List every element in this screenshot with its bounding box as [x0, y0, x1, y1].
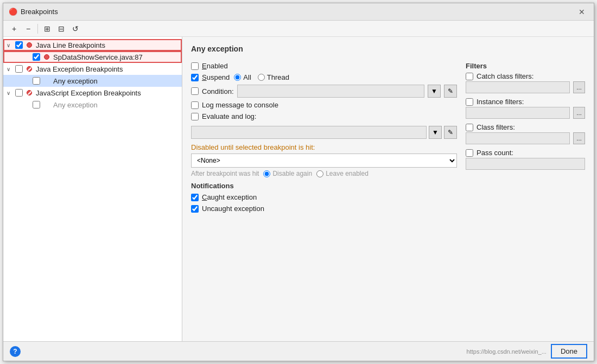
tree-item-any-exception-java[interactable]: Any exception	[3, 75, 182, 87]
leave-enabled-text: Leave enabled	[326, 170, 369, 177]
checkbox-js-exception[interactable]	[15, 89, 23, 97]
condition-text: Condition:	[202, 87, 234, 95]
caught-row: Caught exception	[191, 193, 457, 201]
checkbox-any-exception-java[interactable]	[33, 77, 40, 85]
class-input[interactable]	[466, 132, 570, 144]
enabled-checkbox[interactable]	[191, 62, 199, 70]
thread-text: Thread	[267, 73, 289, 81]
dropdown-row: <None>	[191, 154, 457, 168]
catch-class-checkbox[interactable]	[466, 73, 473, 80]
tree-item-sp-data[interactable]: SpDataShowService.java:87	[3, 51, 182, 63]
enabled-row: Enabled	[191, 62, 457, 70]
condition-edit-btn[interactable]: ✎	[444, 85, 457, 98]
caught-checkbox[interactable]	[191, 194, 199, 201]
tree-item-any-exception-js[interactable]: Any exception	[3, 99, 182, 111]
pass-count-input-row	[466, 158, 585, 170]
notifications-section: Notifications Caught exception Uncaught …	[191, 182, 457, 213]
uncaught-checkbox[interactable]	[191, 205, 199, 213]
tree-item-java-exception-bp[interactable]: ∨ Java Exception Breakpoints	[3, 63, 182, 75]
evaluate-text: Evaluate and log:	[202, 112, 256, 120]
condition-checkbox[interactable]	[191, 87, 199, 95]
catch-class-input[interactable]	[466, 81, 570, 93]
class-checkbox[interactable]	[466, 124, 473, 131]
pass-count-checkbox[interactable]	[466, 149, 473, 157]
log-message-label[interactable]: Log message to console	[191, 101, 278, 109]
enabled-label[interactable]: Enabled	[191, 62, 228, 70]
help-button[interactable]: ?	[10, 346, 21, 357]
right-filters: Filters Catch class filters: … Instance …	[466, 62, 585, 216]
evaluate-edit-btn[interactable]: ✎	[444, 126, 457, 139]
add-button[interactable]: +	[8, 23, 21, 35]
condition-input[interactable]	[237, 85, 424, 98]
leave-enabled-label[interactable]: Leave enabled	[316, 170, 369, 177]
caught-label[interactable]: Caught exception	[191, 193, 257, 201]
thread-radio[interactable]	[258, 74, 265, 81]
all-text: All	[243, 73, 251, 81]
restore-button[interactable]: ↺	[69, 23, 82, 35]
log-message-checkbox[interactable]	[191, 101, 199, 109]
condition-label-check[interactable]: Condition:	[191, 87, 234, 95]
evaluate-row: Evaluate and log:	[191, 112, 457, 120]
instance-edit-btn[interactable]: …	[573, 107, 585, 119]
all-radio[interactable]	[234, 74, 241, 81]
label-js-exception: JavaScript Exception Breakpoints	[36, 89, 141, 97]
suspend-label[interactable]: Suspend	[191, 73, 230, 81]
disable-again-radio[interactable]	[263, 170, 270, 177]
catch-class-edit-btn[interactable]: …	[573, 81, 585, 93]
checkbox-java-line[interactable]	[15, 41, 23, 49]
tree-item-java-line-bp[interactable]: ∨ Java Line Breakpoints	[3, 39, 182, 51]
disabled-until-label: Disabled until selected breakpoint is hi…	[191, 143, 457, 151]
suspend-checkbox[interactable]	[191, 74, 199, 81]
tree-item-js-exception-bp[interactable]: ∨ JavaScript Exception Breakpoints	[3, 87, 182, 99]
checkbox-sp-data[interactable]	[33, 53, 40, 61]
all-radio-label[interactable]: All	[234, 73, 251, 81]
dialog-title: Breakpoints	[21, 8, 58, 16]
breakpoints-dialog: 🔴 Breakpoints ✕ + − ⊞ ⊟ ↺ ∨ Java Line Br…	[3, 3, 594, 361]
class-edit-btn[interactable]: …	[573, 132, 585, 144]
evaluate-input[interactable]	[191, 126, 427, 139]
close-button[interactable]: ✕	[575, 7, 588, 17]
after-hit-row: After breakpoint was hit Disable again L…	[191, 170, 457, 177]
done-button[interactable]: Done	[551, 344, 587, 359]
left-panel: ∨ Java Line Breakpoints SpDataShowServic…	[3, 37, 182, 341]
main-content: ∨ Java Line Breakpoints SpDataShowServic…	[3, 37, 594, 341]
none-dropdown[interactable]: <None>	[191, 154, 457, 168]
expand-button[interactable]: ⊞	[41, 23, 54, 35]
checkbox-java-exception[interactable]	[15, 65, 23, 73]
toolbar-separator-1	[37, 24, 38, 34]
icon-java-line	[25, 41, 34, 49]
detail-title: Any exception	[191, 44, 585, 53]
catch-class-filter-row: Catch class filters:	[466, 72, 585, 80]
url-text: https://blog.csdn.net/weixin_...	[467, 348, 547, 355]
evaluate-expand-btn[interactable]: ▼	[429, 126, 442, 139]
instance-label: Instance filters:	[477, 98, 524, 106]
label-sp-data: SpDataShowService.java:87	[53, 53, 143, 61]
instance-input-row: …	[466, 107, 585, 119]
bottom-right: https://blog.csdn.net/weixin_... Done	[467, 344, 587, 359]
evaluate-label-check[interactable]: Evaluate and log:	[191, 112, 256, 120]
log-message-row: Log message to console	[191, 101, 457, 109]
notifications-title: Notifications	[191, 182, 457, 190]
disable-again-text: Disable again	[272, 170, 312, 177]
group-button[interactable]: ⊟	[55, 23, 68, 35]
caught-text: Caught exception	[202, 193, 257, 201]
toolbar: + − ⊞ ⊟ ↺	[3, 21, 594, 37]
title-bar: 🔴 Breakpoints ✕	[3, 3, 594, 21]
leave-enabled-radio[interactable]	[316, 170, 323, 177]
uncaught-label[interactable]: Uncaught exception	[191, 205, 264, 213]
pass-count-input[interactable]	[466, 158, 585, 170]
arrow-js-exception: ∨	[7, 90, 15, 96]
condition-expand-btn[interactable]: ▼	[428, 85, 441, 98]
label-any-exception-js: Any exception	[53, 101, 98, 109]
thread-radio-label[interactable]: Thread	[258, 73, 289, 81]
instance-input[interactable]	[466, 107, 570, 119]
evaluate-section: Evaluate and log: ▼ ✎	[191, 112, 457, 141]
suspend-row: Suspend All Thread	[191, 73, 457, 81]
evaluate-checkbox[interactable]	[191, 113, 199, 120]
checkbox-any-exception-js[interactable]	[33, 101, 40, 108]
remove-button[interactable]: −	[22, 23, 35, 35]
disable-again-label[interactable]: Disable again	[263, 170, 312, 177]
bottom-bar: ? https://blog.csdn.net/weixin_... Done	[3, 341, 594, 361]
arrow-java-line: ∨	[7, 42, 15, 48]
instance-checkbox[interactable]	[466, 98, 473, 106]
